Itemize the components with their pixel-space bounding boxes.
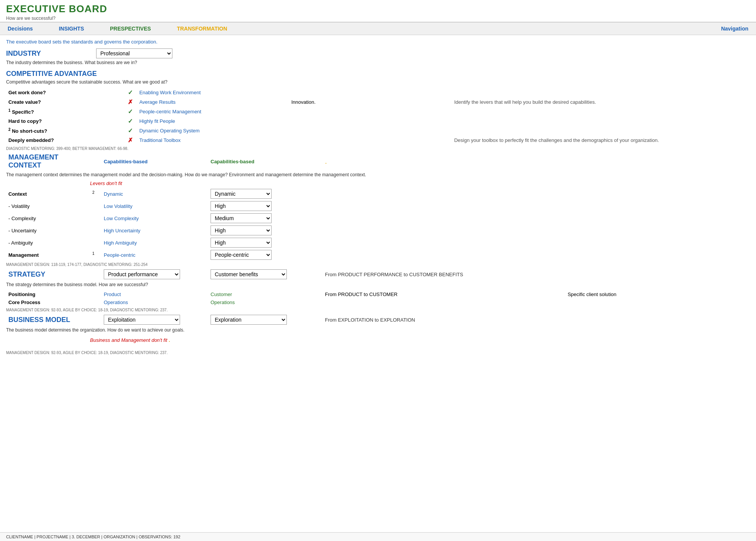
- row-label: Management: [6, 249, 90, 261]
- management-transformation: [323, 249, 750, 261]
- check-icon: ✓: [128, 118, 133, 124]
- strategy-note: MANAGEMENT DESIGN: 92-93, AGILE BY CHOIC…: [6, 308, 750, 312]
- row-label: - Complexity: [6, 212, 90, 224]
- business-model-title: BUSINESS MODEL: [8, 316, 70, 324]
- row-label: - Ambiguity: [6, 237, 90, 249]
- context-transformation: [323, 188, 750, 200]
- check-icon: ✓: [128, 127, 133, 134]
- management-context-header-table: MANAGEMENT CONTEXT Capabilities-based Ca…: [6, 152, 750, 171]
- strategy-insight-select[interactable]: Customer benefits Product performance Op…: [211, 269, 287, 279]
- management-insight-select[interactable]: People-centric Process-centric Hybrid: [211, 250, 272, 260]
- table-row: Get work done? ✓ Enabling Work Environme…: [6, 88, 750, 97]
- row-label: Create value?: [6, 97, 125, 107]
- coreprocess-transformation: [323, 298, 552, 306]
- levers-warning: Levers don't fit: [6, 180, 750, 186]
- transformation-value: Identify the levers that will help you b…: [452, 97, 750, 107]
- management-insight-label: Capabilities-based: [211, 159, 254, 164]
- insight-value: Innovation.: [289, 97, 452, 107]
- competitive-advantage-title: COMPETITIVE ADVANTAGE: [6, 70, 750, 78]
- volatility-insight-select[interactable]: High Medium Low: [211, 201, 272, 211]
- nav-decisions[interactable]: Decisions: [6, 25, 34, 32]
- insight-value: [289, 107, 452, 116]
- decision-value: Highly fit People: [137, 116, 289, 126]
- industry-row: INDUSTRY Professional Service Manufactur…: [6, 48, 750, 58]
- industry-desc: The industry determines the business. Wh…: [6, 60, 750, 65]
- management-context-desc: The management context determines the ma…: [6, 172, 750, 177]
- cross-icon: ✗: [128, 137, 133, 143]
- table-row: Core Process Operations Operations: [6, 298, 750, 306]
- positioning-transformation: From PRODUCT to CUSTOMER: [323, 290, 552, 298]
- ambiguity-insight-select[interactable]: High Medium Low: [211, 238, 272, 248]
- insight-value: [289, 126, 452, 135]
- management-context-title: MANAGEMENT CONTEXT: [8, 153, 58, 169]
- strategy-header-table: STRATEGY Product performance Customer be…: [6, 268, 750, 280]
- complexity-decision: Low Complexity: [101, 212, 208, 224]
- row-label: Hard to copy?: [6, 116, 125, 126]
- competitive-advantage-table: Get work done? ✓ Enabling Work Environme…: [6, 88, 750, 145]
- table-row: Context 2 Dynamic Dynamic Stable Simple …: [6, 188, 750, 200]
- coreprocess-decision: Operations: [101, 298, 208, 306]
- insight-value: [289, 135, 452, 145]
- positioning-insight: Customer: [208, 290, 323, 298]
- nav-insights[interactable]: INSIGHTS: [57, 25, 85, 32]
- row-label: Core Process: [6, 298, 90, 306]
- complexity-insight-select[interactable]: High Medium Low: [211, 213, 272, 223]
- nav-transformation[interactable]: TRANSFORMATION: [175, 25, 229, 32]
- strategy-desc: The strategy determines the business mod…: [6, 282, 750, 287]
- intro-text: The executive board sets the standards a…: [6, 39, 750, 45]
- management-context-table: Context 2 Dynamic Dynamic Stable Simple …: [6, 188, 750, 261]
- nav-navigation[interactable]: Navigation: [719, 25, 750, 32]
- decision-value: People-centric Management: [137, 107, 289, 116]
- positioning-decision: Product: [101, 290, 208, 298]
- dot-decoration: .: [325, 158, 327, 165]
- business-model-desc: The business model determines the organi…: [6, 327, 750, 333]
- table-row: Hard to copy? ✓ Highly fit People: [6, 116, 750, 126]
- ambiguity-decision: High Ambiguity: [101, 237, 208, 249]
- uncertainty-insight-select[interactable]: High Medium Low: [211, 225, 272, 235]
- business-warning-dot: .: [169, 336, 171, 343]
- cross-icon: ✗: [128, 99, 133, 105]
- strategy-title: STRATEGY: [8, 270, 45, 278]
- page-title: EXECUTIVE BOARD: [6, 3, 750, 15]
- table-row: - Volatility Low Volatility High Medium …: [6, 200, 750, 212]
- industry-select[interactable]: Professional Service Manufacturing Techn…: [96, 48, 172, 58]
- positioning-nav: Specific client solution: [552, 290, 750, 298]
- strategy-decision-select[interactable]: Product performance Customer benefits Op…: [104, 269, 180, 279]
- strategy-transformation: From PRODUCT PERFORMANCE to CUSTOMER BEN…: [323, 268, 750, 280]
- footer-text: CLIENTNAME | PROJECTNAME | 3. DECEMBER |…: [6, 535, 180, 539]
- row-label: - Volatility: [6, 200, 90, 212]
- decision-value: Enabling Work Environment: [137, 88, 289, 97]
- row-label: 1 Specific?: [6, 107, 125, 116]
- uncertainty-transformation: [323, 224, 750, 237]
- transformation-value: Design your toolbox to perfectly fit the…: [452, 135, 750, 145]
- row-label: Deeply embedded?: [6, 135, 125, 145]
- row-label: Get work done?: [6, 88, 125, 97]
- insight-value: [289, 116, 452, 126]
- transformation-value: [452, 107, 750, 116]
- row-label: - Uncertainty: [6, 224, 90, 237]
- content-area: The executive board sets the standards a…: [0, 35, 756, 532]
- nav-perspectives[interactable]: PRESPECTIVES: [108, 25, 152, 32]
- strategy-table: Positioning Product Customer From PRODUC…: [6, 290, 750, 306]
- industry-title: INDUSTRY: [6, 50, 90, 58]
- context-decision: Dynamic: [101, 188, 208, 200]
- business-model-note: MANAGEMENT DESIGN: 92-93, AGILE BY CHOIC…: [6, 351, 750, 355]
- context-insight-select[interactable]: Dynamic Stable Simple Complex: [211, 189, 272, 199]
- business-model-decision-select[interactable]: Exploitation Exploration Ambidextrous: [104, 315, 180, 325]
- table-row: Deeply embedded? ✗ Traditional Toolbox D…: [6, 135, 750, 145]
- decision-value: Dynamic Operating System: [137, 126, 289, 135]
- transformation-value: [452, 116, 750, 126]
- business-warning: Business and Management don't fit .: [6, 336, 750, 344]
- check-icon: ✓: [128, 108, 133, 115]
- ambiguity-transformation: [323, 237, 750, 249]
- header: EXECUTIVE BOARD How are we successful?: [0, 0, 756, 23]
- table-row: Positioning Product Customer From PRODUC…: [6, 290, 750, 298]
- uncertainty-decision: High Uncertainty: [101, 224, 208, 237]
- volatility-decision: Low Volatility: [101, 200, 208, 212]
- business-model-header-table: BUSINESS MODEL Exploitation Exploration …: [6, 314, 750, 326]
- industry-select-wrapper[interactable]: Professional Service Manufacturing Techn…: [96, 48, 172, 58]
- volatility-transformation: [323, 200, 750, 212]
- business-model-insight-select[interactable]: Exploration Exploitation Ambidextrous: [211, 315, 287, 325]
- table-row: Create value? ✗ Average Results Innovati…: [6, 97, 750, 107]
- coreprocess-insight: Operations: [208, 298, 323, 306]
